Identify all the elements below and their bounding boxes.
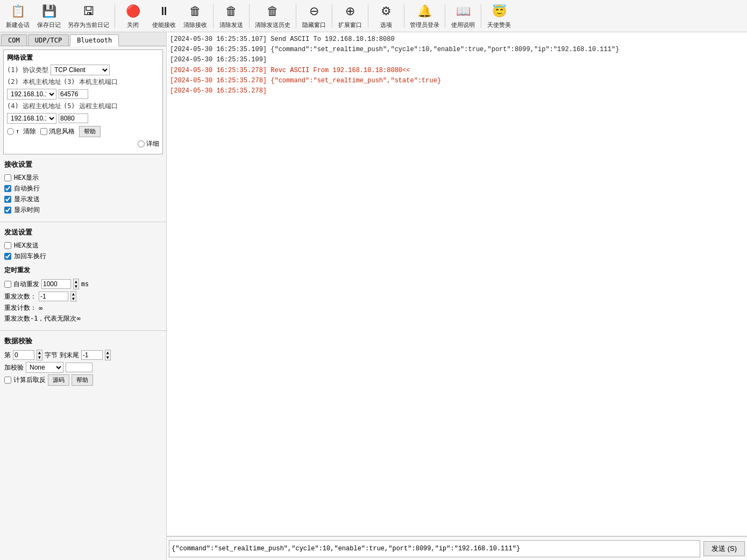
send-settings-content: HEX发送 加回车换行 定时重发 自动重发 ▲▼ ms 重发次数： bbox=[0, 238, 166, 328]
clear-recv-icon: 🗑 bbox=[187, 3, 204, 20]
clear-send-button[interactable]: 🗑清除发送 bbox=[217, 2, 246, 30]
from-spinner[interactable]: ▲▼ bbox=[37, 350, 42, 360]
enable-recv-button[interactable]: ⏸使能接收 bbox=[150, 2, 179, 30]
options-button[interactable]: ⚙选项 bbox=[372, 2, 401, 30]
hide-window-button[interactable]: ⊖隐藏窗口 bbox=[300, 2, 329, 30]
calc-reverse-cb[interactable] bbox=[4, 377, 11, 384]
toolbar: 📋新建会话💾保存日记🖫另存为当前日记🔴关闭⏸使能接收🗑清除接收🗑清除发送🗑清除发… bbox=[0, 0, 747, 32]
add-cr-label: 加回车换行 bbox=[14, 252, 46, 261]
admin-login-label: 管理员登录 bbox=[410, 21, 439, 29]
interval-unit: ms bbox=[81, 280, 89, 288]
save-log-label: 保存日记 bbox=[37, 21, 61, 29]
new-session-button[interactable]: 📋新建会话 bbox=[3, 2, 32, 30]
hex-send-row: HEX发送 bbox=[4, 241, 162, 250]
to-label: 到末尾 bbox=[60, 351, 79, 360]
angel-label: 天使赞美 bbox=[487, 21, 511, 29]
toolbar-separator bbox=[249, 4, 250, 28]
remote-port-input[interactable] bbox=[59, 114, 88, 123]
interval-spinner[interactable]: ▲▼ bbox=[73, 279, 79, 289]
data-verify-content: 第 ▲▼ 字节 到末尾 ▲▼ 加校验 None 计算 bbox=[0, 347, 166, 391]
byte-range-row: 第 ▲▼ 字节 到末尾 ▲▼ bbox=[4, 350, 162, 360]
local-ip-select[interactable]: 192.168.10.111 bbox=[7, 89, 56, 100]
remote-port-label: (5) 远程主机端口 bbox=[63, 102, 118, 111]
recv-settings-content: HEX显示 自动换行 显示发送 显示时间 bbox=[0, 171, 166, 219]
auto-newline-row: 自动换行 bbox=[4, 184, 162, 193]
add-cr-row: 加回车换行 bbox=[4, 252, 162, 261]
checksum-select[interactable]: None bbox=[26, 362, 63, 373]
clear-send-label: 清除发送 bbox=[219, 21, 243, 29]
resend-count-spinner[interactable]: ▲▼ bbox=[70, 291, 76, 302]
detail-radio[interactable]: 详细 bbox=[138, 139, 159, 148]
clear-history-icon: 🗑 bbox=[264, 3, 281, 20]
resend-count-row: 重发次数： ▲▼ bbox=[4, 291, 162, 302]
expand-window-button[interactable]: ⊕扩展窗口 bbox=[336, 2, 365, 30]
show-time-label: 显示时间 bbox=[14, 205, 40, 215]
send-input[interactable] bbox=[169, 540, 700, 557]
interval-input[interactable] bbox=[41, 279, 71, 289]
options-label: 选项 bbox=[380, 21, 392, 29]
resend-count-input[interactable] bbox=[39, 292, 68, 301]
add-cr-cb[interactable] bbox=[4, 253, 11, 260]
toolbar-separator bbox=[445, 4, 445, 28]
protocol-row: (1) 协议类型 TCP Client bbox=[7, 65, 159, 75]
log-line: [2024-05-30 16:25:35.278] bbox=[170, 86, 744, 96]
hex-display-cb[interactable] bbox=[4, 174, 11, 181]
network-help-btn[interactable]: 帮助 bbox=[79, 126, 101, 137]
remote-host-label: (4) 远程主机地址 bbox=[7, 102, 61, 111]
enable-recv-label: 使能接收 bbox=[152, 21, 176, 29]
to-spinner[interactable]: ▲▼ bbox=[105, 350, 111, 360]
toolbar-separator bbox=[213, 4, 214, 28]
auto-resend-cb[interactable] bbox=[4, 281, 11, 288]
resend-count-label: 重发次数： bbox=[4, 292, 37, 301]
auto-resend-row: 自动重发 ▲▼ ms bbox=[4, 279, 162, 289]
options-icon: ⚙ bbox=[378, 3, 395, 20]
save-log-button[interactable]: 💾保存日记 bbox=[34, 2, 63, 30]
send-button[interactable]: 发送 (S) bbox=[703, 541, 745, 556]
checksum-row: 加校验 None bbox=[4, 362, 162, 373]
recv-settings-title: 接收设置 bbox=[0, 157, 166, 171]
send-settings-section: 发送设置 HEX发送 加回车换行 定时重发 自动重发 ▲▼ ms bbox=[0, 224, 166, 328]
tab-com[interactable]: COM bbox=[1, 34, 27, 46]
tab-bluetooth[interactable]: Bluetooth bbox=[70, 34, 119, 46]
show-time-cb[interactable] bbox=[4, 207, 11, 214]
hex-send-cb[interactable] bbox=[4, 242, 11, 249]
local-host-label: (2) 本机主机地址 bbox=[7, 77, 61, 87]
show-time-row: 显示时间 bbox=[4, 205, 162, 215]
toolbar-separator bbox=[332, 4, 332, 28]
checksum-value-input[interactable] bbox=[66, 363, 93, 372]
show-send-cb[interactable] bbox=[4, 196, 11, 203]
expand-window-icon: ⊕ bbox=[342, 3, 359, 20]
resend-stat-value: ∞ bbox=[39, 304, 42, 312]
from-input[interactable] bbox=[13, 350, 34, 360]
log-line: [2024-05-30 16:25:35.107] Send ASCII To … bbox=[170, 34, 744, 45]
clear-recv-button[interactable]: 🗑清除接收 bbox=[181, 2, 210, 30]
local-port-input[interactable] bbox=[59, 89, 88, 99]
toolbar-separator bbox=[368, 4, 368, 28]
angel-button[interactable]: 😇天使赞美 bbox=[485, 2, 514, 30]
help-button[interactable]: 📖使用说明 bbox=[449, 2, 478, 30]
local-host-label-row: (2) 本机主机地址 (3) 本机主机端口 bbox=[7, 77, 159, 87]
data-verify-section: 数据校验 第 ▲▼ 字节 到末尾 ▲▼ 加校验 None bbox=[0, 333, 166, 391]
show-send-row: 显示发送 bbox=[4, 195, 162, 204]
clear-row: ↑ 清除 消息风格 帮助 bbox=[7, 126, 159, 137]
log-line: [2024-05-30 16:25:35.109] bbox=[170, 55, 744, 65]
tab-udptcp[interactable]: UDP/TCP bbox=[28, 34, 69, 46]
admin-login-button[interactable]: 🔔管理员登录 bbox=[408, 2, 442, 30]
local-addr-row: 192.168.10.111 bbox=[7, 89, 159, 100]
remote-ip-select[interactable]: 192.168.10.18 bbox=[7, 113, 56, 124]
admin-login-icon: 🔔 bbox=[416, 3, 433, 20]
new-session-label: 新建会话 bbox=[6, 21, 30, 29]
save-log-icon: 💾 bbox=[40, 3, 58, 20]
close-button[interactable]: 🔴关闭 bbox=[118, 2, 147, 30]
auto-newline-cb[interactable] bbox=[4, 185, 11, 192]
protocol-select[interactable]: TCP Client bbox=[51, 65, 110, 75]
clear-history-button[interactable]: 🗑清除发送历史 bbox=[253, 2, 293, 30]
msg-style-checkbox[interactable]: 消息风格 bbox=[40, 127, 75, 136]
save-today-button[interactable]: 🖫另存为当前日记 bbox=[66, 2, 111, 30]
checksum-label: 加校验 bbox=[4, 363, 24, 372]
source-btn[interactable]: 源码 bbox=[48, 374, 69, 386]
clear-radio[interactable]: ↑ 清除 bbox=[7, 127, 36, 136]
to-input[interactable] bbox=[81, 350, 103, 360]
clear-send-icon: 🗑 bbox=[223, 3, 240, 20]
verify-help-btn[interactable]: 帮助 bbox=[72, 374, 93, 386]
